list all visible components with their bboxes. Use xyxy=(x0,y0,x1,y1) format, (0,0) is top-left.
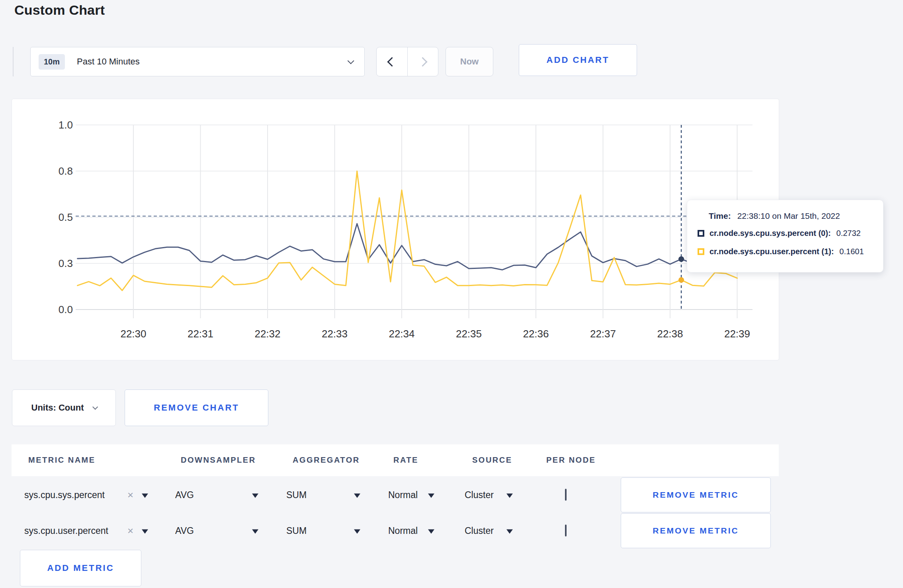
chevron-left-icon xyxy=(387,57,397,66)
aggregator-select[interactable]: SUM xyxy=(286,525,307,536)
toolbar-divider xyxy=(13,47,14,76)
caret-down-icon[interactable] xyxy=(506,493,513,498)
clear-metric-icon[interactable]: × xyxy=(127,489,133,501)
chevron-right-icon xyxy=(418,57,428,66)
caret-down-icon[interactable] xyxy=(142,493,148,498)
now-button[interactable]: Now xyxy=(446,47,493,76)
downsampler-select[interactable]: AVG xyxy=(175,525,194,536)
next-range-button[interactable] xyxy=(408,47,438,76)
caret-down-icon[interactable] xyxy=(354,493,360,498)
source-select[interactable]: Cluster xyxy=(465,489,494,500)
col-rate: RATE xyxy=(393,456,418,465)
series-sys-swatch-icon xyxy=(698,230,704,237)
tooltip-series-row: cr.node.sys.cpu.sys.percent (0): 0.2732 xyxy=(698,229,861,238)
time-range-label: Past 10 Minutes xyxy=(77,56,348,67)
chevron-down-icon xyxy=(93,404,98,410)
col-metric-name: METRIC NAME xyxy=(28,456,96,465)
source-select[interactable]: Cluster xyxy=(465,525,494,536)
rate-select[interactable]: Normal xyxy=(388,525,418,536)
chevron-down-icon xyxy=(348,57,354,64)
prev-range-button[interactable] xyxy=(377,47,408,76)
per-node-checkbox[interactable] xyxy=(565,524,567,536)
aggregator-select[interactable]: SUM xyxy=(286,489,307,500)
tooltip-series-row: cr.node.sys.cpu.user.percent (1): 0.1601 xyxy=(698,247,864,256)
time-range-badge: 10m xyxy=(39,54,65,70)
caret-down-icon[interactable] xyxy=(428,493,434,498)
per-node-checkbox[interactable] xyxy=(565,489,567,500)
col-source: SOURCE xyxy=(472,456,512,465)
add-chart-button[interactable]: ADD CHART xyxy=(519,44,637,76)
remove-chart-button[interactable]: REMOVE CHART xyxy=(125,389,268,426)
page-title: Custom Chart xyxy=(14,2,105,18)
tooltip-time-value: 22:38:10 on Mar 15th, 2022 xyxy=(737,211,840,220)
remove-metric-button[interactable]: REMOVE METRIC xyxy=(621,513,771,548)
time-range-dropdown[interactable]: 10m Past 10 Minutes xyxy=(30,47,365,76)
caret-down-icon[interactable] xyxy=(252,493,258,498)
tooltip-time: Time:22:38:10 on Mar 15th, 2022 xyxy=(709,211,840,221)
caret-down-icon[interactable] xyxy=(252,529,258,533)
col-downsampler: DOWNSAMPLER xyxy=(181,456,256,465)
tooltip-user-value: 0.1601 xyxy=(839,247,864,256)
metric-name-dropdown[interactable]: sys.cpu.sys.percent xyxy=(24,489,105,500)
col-aggregator: AGGREGATOR xyxy=(293,456,360,465)
caret-down-icon[interactable] xyxy=(506,529,513,533)
time-range-pager xyxy=(376,47,438,76)
clear-metric-icon[interactable]: × xyxy=(127,524,133,537)
rate-select[interactable]: Normal xyxy=(388,489,418,500)
downsampler-select[interactable]: AVG xyxy=(175,489,194,500)
metrics-table-header: METRIC NAME DOWNSAMPLER AGGREGATOR RATE … xyxy=(12,444,779,476)
metric-row-sys: sys.cpu.sys.percent × AVG SUM Normal Clu… xyxy=(12,476,779,513)
custom-chart-page: Custom Chart 10m Past 10 Minutes Now ADD… xyxy=(0,0,903,588)
col-per-node: PER NODE xyxy=(546,456,596,465)
series-user-swatch-icon xyxy=(698,248,704,255)
metric-name-dropdown[interactable]: sys.cpu.user.percent xyxy=(24,525,108,536)
tooltip-sys-value: 0.2732 xyxy=(837,229,861,238)
chart-tooltip: Time:22:38:10 on Mar 15th, 2022 cr.node.… xyxy=(687,200,883,273)
remove-metric-button[interactable]: REMOVE METRIC xyxy=(621,477,771,512)
caret-down-icon[interactable] xyxy=(428,529,434,533)
add-metric-button[interactable]: ADD METRIC xyxy=(20,550,141,586)
metric-row-user: sys.cpu.user.percent × AVG SUM Normal Cl… xyxy=(12,513,779,548)
chart-card[interactable] xyxy=(12,99,779,360)
caret-down-icon[interactable] xyxy=(354,529,360,533)
units-dropdown[interactable]: Units: Count xyxy=(12,389,116,426)
caret-down-icon[interactable] xyxy=(142,529,148,533)
